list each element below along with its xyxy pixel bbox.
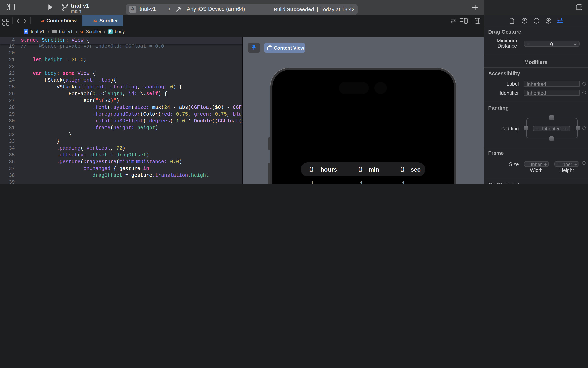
svg-text:?: ? <box>535 19 537 23</box>
